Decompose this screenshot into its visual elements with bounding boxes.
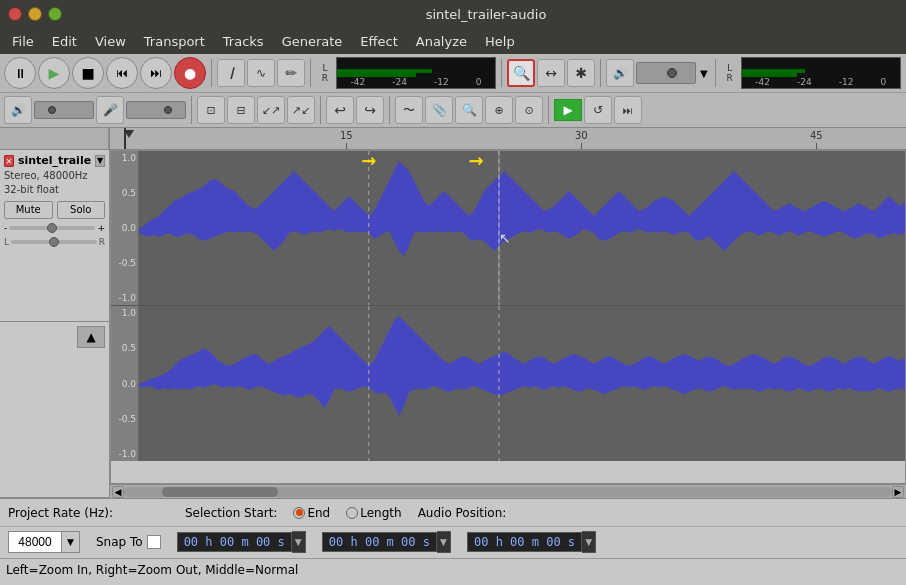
multi-tool-button[interactable]: ✱ (567, 59, 595, 87)
gain-icon: - (4, 223, 7, 233)
time-dropdown-3[interactable]: ▼ (582, 531, 596, 553)
waveform-svg-1: → → ↖ (139, 151, 905, 305)
skip-silence-button[interactable]: ⏭ (614, 96, 642, 124)
close-button[interactable] (8, 7, 22, 21)
axis-0.0: 0.0 (113, 223, 136, 233)
pause-button[interactable]: ⏸ (4, 57, 36, 89)
track-name: sintel_traile (18, 154, 91, 167)
maximize-button[interactable] (48, 7, 62, 21)
pan-label-l: L (4, 237, 9, 247)
tracks-container: 1.0 0.5 0.0 -0.5 -1.0 (110, 150, 906, 484)
end-radio[interactable] (293, 507, 305, 519)
project-rate-input[interactable] (8, 531, 62, 553)
time-value-3: 00 h 00 m 00 s (467, 532, 582, 552)
select-tool-button[interactable]: I (217, 59, 245, 87)
volume-slider[interactable] (636, 62, 696, 84)
scrollbar-track[interactable] (124, 487, 892, 497)
scroll-right-button[interactable]: ▶ (892, 486, 904, 498)
output-slider[interactable] (34, 101, 94, 119)
silence-button[interactable]: ⊟ (227, 96, 255, 124)
track-sliders: - + L R (4, 223, 105, 247)
ruler-mark-30: 30 (575, 130, 588, 149)
gain-slider[interactable] (9, 226, 95, 230)
solo-button[interactable]: Solo (57, 201, 106, 219)
playhead-arrow (124, 130, 134, 138)
zoom-sel-button[interactable]: 🔍 (455, 96, 483, 124)
axis-0.5: 0.5 (113, 188, 136, 198)
next-button[interactable]: ⏭ (140, 57, 172, 89)
separator2 (310, 59, 311, 87)
loop-button[interactable]: ↺ (584, 96, 612, 124)
pan-label-r: R (99, 237, 105, 247)
envelope-tool-button[interactable]: ∿ (247, 59, 275, 87)
volume-dropdown[interactable]: ▼ (698, 66, 710, 81)
separator8 (389, 96, 390, 124)
input-slider[interactable] (126, 101, 186, 119)
draw-wave-button[interactable]: 〜 (395, 96, 423, 124)
time-dropdown-2[interactable]: ▼ (437, 531, 451, 553)
time-display-1: 00 h 00 m 00 s ▼ (177, 531, 306, 553)
selection-start-label: Selection Start: (185, 506, 277, 520)
record-button[interactable]: ● (174, 57, 206, 89)
move-tool-button[interactable]: ↔ (537, 59, 565, 87)
menu-effect[interactable]: Effect (352, 31, 405, 52)
draw-tool-button[interactable]: ✏ (277, 59, 305, 87)
end-radio-group: End (293, 506, 330, 520)
zoom-fit-button[interactable]: ⊙ (515, 96, 543, 124)
axis-neg0.5: -0.5 (113, 258, 136, 268)
svg-text:→: → (468, 151, 483, 171)
mic-icon: 🎤 (96, 96, 124, 124)
menu-transport[interactable]: Transport (136, 31, 213, 52)
prev-button[interactable]: ⏮ (106, 57, 138, 89)
menu-analyze[interactable]: Analyze (408, 31, 475, 52)
undo-button[interactable]: ↩ (326, 96, 354, 124)
separator7 (320, 96, 321, 124)
scroll-left-button[interactable]: ◀ (112, 486, 124, 498)
title-bar: sintel_trailer-audio (0, 0, 906, 28)
zoom-tool-button[interactable]: 🔍 (507, 59, 535, 87)
time-dropdown-1[interactable]: ▼ (292, 531, 306, 553)
track-header-1: × sintel_traile ▼ Stereo, 48000Hz 32-bit… (0, 150, 109, 322)
project-rate-control: ▼ (8, 531, 80, 553)
scrollbar-thumb[interactable] (162, 487, 277, 497)
snap-to-label: Snap To (96, 535, 143, 549)
zoom-in-button[interactable]: ↙↗ (257, 96, 285, 124)
zoom-out-button[interactable]: ↗↙ (287, 96, 315, 124)
redo-button[interactable]: ↪ (356, 96, 384, 124)
volume-button[interactable]: 🔊 (606, 59, 634, 87)
lr-label-1: LR (316, 63, 334, 83)
mute-button[interactable]: Mute (4, 201, 53, 219)
project-rate-dropdown[interactable]: ▼ (62, 531, 80, 553)
output-button[interactable]: 🔊 (4, 96, 32, 124)
ruler-label-15: 15 (340, 130, 353, 141)
ruler-ticks-svg (110, 128, 906, 149)
lr-label-2: LR (721, 63, 739, 83)
track-dropdown-button[interactable]: ▼ (95, 155, 105, 167)
clip-button[interactable]: 📎 (425, 96, 453, 124)
pan-slider[interactable] (11, 240, 97, 244)
ruler-tick-15 (346, 143, 347, 149)
stop-button[interactable]: ■ (72, 57, 104, 89)
zoom-normal-button[interactable]: ⊕ (485, 96, 513, 124)
add-track-button[interactable]: ▲ (77, 326, 105, 348)
minimize-button[interactable] (28, 7, 42, 21)
menu-generate[interactable]: Generate (274, 31, 351, 52)
project-rate-label: Project Rate (Hz): (8, 506, 113, 520)
menu-edit[interactable]: Edit (44, 31, 85, 52)
axis-labels-2: 1.0 0.5 0.0 -0.5 -1.0 (111, 306, 139, 461)
menu-tracks[interactable]: Tracks (215, 31, 272, 52)
play-button[interactable]: ▶ (38, 57, 70, 89)
length-radio[interactable] (346, 507, 358, 519)
waveform-channel2: 1.0 0.5 0.0 -0.5 -1.0 (111, 306, 905, 461)
axis2-neg1.0: -1.0 (113, 449, 136, 459)
horizontal-scrollbar[interactable]: ◀ ▶ (110, 484, 906, 498)
track-close-button[interactable]: × (4, 155, 14, 167)
axis-1.0: 1.0 (113, 153, 136, 163)
menu-help[interactable]: Help (477, 31, 523, 52)
trim-button[interactable]: ⊡ (197, 96, 225, 124)
end-label: End (307, 506, 330, 520)
menu-view[interactable]: View (87, 31, 134, 52)
ruler-label-30: 30 (575, 130, 588, 141)
snap-to-checkbox[interactable] (147, 535, 161, 549)
menu-file[interactable]: File (4, 31, 42, 52)
